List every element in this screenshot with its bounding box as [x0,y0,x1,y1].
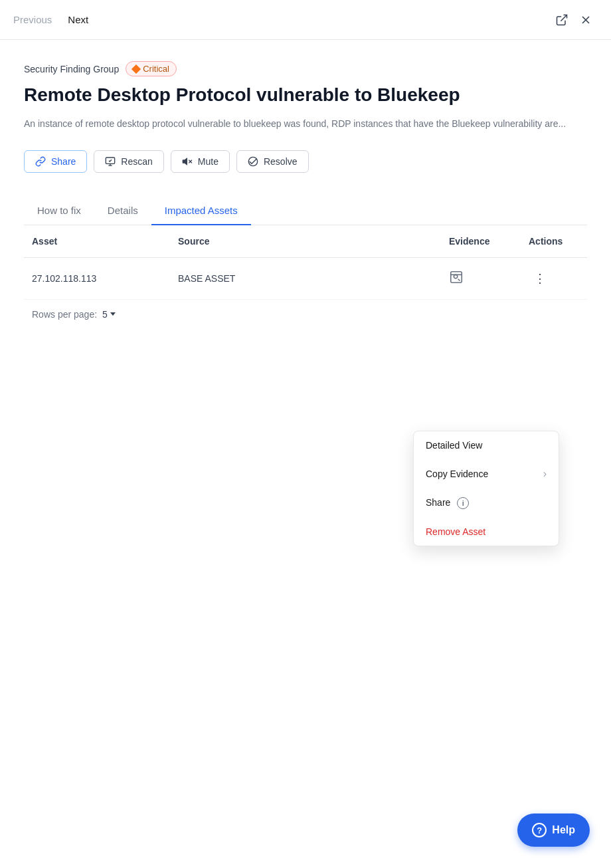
tab-how-to-fix[interactable]: How to fix [24,197,94,225]
share-button[interactable]: Share [24,150,87,173]
tab-impacted-assets[interactable]: Impacted Assets [151,197,251,225]
rows-per-page-label: Rows per page: [32,309,97,320]
action-buttons: Share Rescan Mute Resolve [24,150,587,173]
finding-title: Remote Desktop Protocol vulnerable to Bl… [24,83,587,107]
finding-description: An instance of remote desktop protocol v… [24,116,587,131]
col-header-source: Source [170,225,441,258]
open-external-icon[interactable] [550,8,574,32]
critical-diamond-icon [131,64,141,73]
resolve-label: Resolve [264,156,298,167]
pagination-row: Rows per page: 5 [24,300,587,329]
col-header-actions: Actions [521,225,587,258]
evidence-view-button[interactable] [449,270,464,284]
help-circle-icon: ? [532,823,547,837]
svg-rect-7 [451,272,462,283]
cell-asset-ip: 27.102.118.113 [24,257,170,299]
dropdown-item-share[interactable]: Share i [414,488,559,518]
tab-impacted-assets-label: Impacted Assets [165,205,238,216]
actions-dropdown-menu: Detailed View Copy Evidence › Share i Re… [413,431,559,546]
main-content: Security Finding Group Critical Remote D… [0,40,611,356]
finding-meta: Security Finding Group Critical [24,61,587,76]
copy-evidence-label: Copy Evidence [426,469,488,479]
rescan-button[interactable]: Rescan [94,150,163,173]
help-label: Help [552,824,575,836]
share-label: Share [51,156,76,167]
table-row: 27.102.118.113 BASE ASSET ⋮ [24,257,587,299]
dropdown-item-remove-asset[interactable]: Remove Asset [414,518,559,546]
mute-button[interactable]: Mute [171,150,230,173]
severity-badge: Critical [126,61,177,76]
svg-point-8 [454,275,458,279]
severity-label: Critical [143,64,169,74]
rescan-label: Rescan [121,156,152,167]
tabs-container: How to fix Details Impacted Assets [24,197,587,225]
actions-menu-button[interactable]: ⋮ [529,269,551,288]
dropdown-item-detailed-view[interactable]: Detailed View [414,431,559,459]
share-menu-label: Share i [426,497,469,509]
svg-line-0 [561,15,567,21]
detailed-view-label: Detailed View [426,440,482,451]
tab-details-label: Details [108,205,138,216]
dropdown-arrow-icon [110,312,116,316]
cell-source: BASE ASSET [170,257,441,299]
remove-asset-label: Remove Asset [426,526,485,537]
rows-per-page-value: 5 [102,309,108,320]
tab-details[interactable]: Details [94,197,151,225]
close-icon[interactable] [574,8,598,32]
col-header-evidence: Evidence [441,225,521,258]
assets-table: Asset Source Evidence Actions 27.102.118… [24,225,587,300]
resolve-button[interactable]: Resolve [236,150,309,173]
cell-actions: ⋮ [521,257,587,299]
previous-button[interactable]: Previous [13,9,60,31]
tab-how-to-fix-label: How to fix [37,205,81,216]
next-button[interactable]: Next [60,9,96,31]
chevron-right-icon: › [543,468,547,480]
help-button[interactable]: ? Help [517,814,590,847]
mute-label: Mute [198,156,218,167]
info-icon: i [457,497,469,509]
svg-line-9 [458,279,460,281]
dropdown-item-copy-evidence[interactable]: Copy Evidence › [414,459,559,488]
rows-per-page-select[interactable]: 5 [102,309,116,320]
finding-group-label: Security Finding Group [24,64,119,74]
table-header-row: Asset Source Evidence Actions [24,225,587,258]
top-navigation: Previous Next [0,0,611,40]
cell-evidence [441,257,521,299]
col-header-asset: Asset [24,225,170,258]
